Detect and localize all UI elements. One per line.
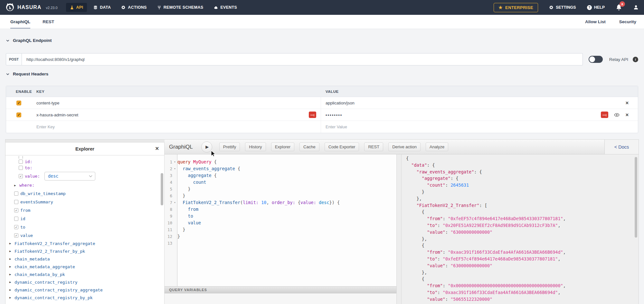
prettify-button[interactable]: Prettify	[219, 142, 240, 151]
explorer-tree-item[interactable]: ✓to	[5, 223, 164, 231]
field-checkbox[interactable]: ✓	[14, 233, 18, 238]
header-key-text[interactable]: x-hasura-admin-secret	[36, 113, 78, 117]
nav-item-events[interactable]: EVENTS	[210, 3, 241, 12]
docs-button[interactable]: < Docs	[604, 140, 639, 154]
settings-label: SETTINGS	[556, 5, 576, 10]
explorer-scrollbar[interactable]	[161, 173, 163, 205]
help-label: HELP	[594, 5, 605, 10]
query-variables-bar[interactable]: QUERY VARIABLES	[165, 286, 396, 293]
endpoint-section-header[interactable]: GraphQL Endpoint	[6, 38, 52, 43]
fold-marker-icon[interactable]: ▾	[172, 165, 177, 172]
field-checkbox[interactable]	[14, 191, 18, 196]
notifications-button[interactable]: 8	[616, 4, 622, 11]
table-row: ✓content-typeapplication/json✕	[6, 97, 638, 109]
brand[interactable]: HASURA v2.23.0	[5, 3, 58, 12]
response-viewer: { "data": { "raw_events_aggregate": { "a…	[402, 154, 639, 304]
field-checkbox[interactable]	[14, 217, 18, 221]
query-editor[interactable]: 1▾query MyQuery {2▾ raw_events_aggregate…	[165, 154, 396, 304]
explorer-tree-item[interactable]: ▶where:	[5, 181, 164, 189]
tree-item-label: db_write_timestamp	[20, 191, 66, 196]
graphiql-panel: GraphiQL ▶ PrettifyHistoryExplorerCacheC…	[5, 139, 639, 304]
explorer-tree-item[interactable]: to:	[5, 165, 164, 171]
field-checkbox[interactable]: ✓	[14, 225, 18, 229]
cache-button[interactable]: Cache	[299, 142, 319, 151]
field-checkbox[interactable]	[19, 156, 23, 159]
remove-header-icon[interactable]: ✕	[625, 113, 629, 117]
nav-item-actions[interactable]: ACTIONS	[117, 3, 150, 12]
nav-item-api[interactable]: API	[66, 3, 87, 12]
enterprise-button[interactable]: ★ ENTERPRISE	[494, 3, 538, 12]
explorer-tree-item[interactable]: ▶chain_metadata	[5, 255, 164, 263]
derive-action-button[interactable]: Derive action	[388, 142, 421, 151]
explorer-tree-item[interactable]: ▶FiatTokenV2_2_Transfer_aggregate	[5, 240, 164, 247]
field-checkbox[interactable]	[19, 166, 23, 170]
result-scrollbar[interactable]	[635, 157, 637, 238]
new-value-input[interactable]	[326, 124, 513, 129]
user-menu-button[interactable]	[633, 5, 639, 10]
explorer-tree-item[interactable]: ▶chain_metadata_aggregate	[5, 263, 164, 270]
explorer-tree-item[interactable]: ▶chain_metadata_by_pk	[5, 270, 164, 278]
password-manager-icon[interactable]: •••|	[309, 112, 321, 118]
header-value-text[interactable]: ••••••••	[326, 113, 342, 117]
field-checkbox[interactable]	[19, 160, 23, 164]
chevron-down-icon	[6, 39, 10, 43]
header-key-text[interactable]: content-type	[36, 101, 60, 105]
history-button[interactable]: History	[245, 142, 266, 151]
explorer-tree-item[interactable]: ▶FiatTokenV2_2_Transfer_by_pk	[5, 247, 164, 255]
execute-query-button[interactable]: ▶	[201, 142, 212, 152]
response-line: "value": "63000000000000"	[406, 262, 639, 269]
field-checkbox[interactable]	[14, 200, 18, 204]
nav-item-data[interactable]: DATA	[90, 3, 115, 12]
header-value-text[interactable]: application/json	[326, 101, 355, 105]
request-headers-section-header[interactable]: Request Headers	[6, 72, 48, 76]
fold-marker-icon	[172, 206, 177, 213]
explorer-button[interactable]: Explorer	[271, 142, 294, 151]
gears-icon	[121, 5, 126, 10]
field-checkbox[interactable]: ✓	[14, 208, 18, 212]
help-button[interactable]: ? HELP	[587, 5, 605, 10]
code-exporter-button[interactable]: Code Exporter	[325, 142, 359, 151]
explorer-tree-item[interactable]: ▶dynamic_contract_registry	[5, 278, 164, 286]
settings-button[interactable]: SETTINGS	[549, 5, 576, 10]
new-key-input[interactable]	[36, 124, 207, 129]
link-security[interactable]: Security	[619, 19, 636, 24]
analyze-button[interactable]: Analyze	[426, 142, 448, 151]
password-manager-icon[interactable]: •••|	[601, 112, 608, 118]
explorer-tree-item[interactable]: ✓value:desc	[5, 171, 164, 181]
fold-marker-icon[interactable]: ▾	[172, 159, 177, 165]
editor-result-splitter[interactable]	[396, 154, 402, 304]
remove-header-icon[interactable]: ✕	[625, 101, 629, 105]
url-input[interactable]	[22, 53, 583, 65]
reveal-eye-icon[interactable]	[614, 113, 620, 117]
editor-line: 2▾ raw_events_aggregate {	[165, 165, 396, 172]
info-icon[interactable]: i	[633, 57, 638, 62]
nav-item-remote-schemas[interactable]: REMOTE SCHEMAS	[153, 3, 207, 12]
explorer-tree-item[interactable]: ▶dynamic_contract_registry_by_pk	[5, 294, 164, 301]
explorer-tree-item[interactable]: id	[5, 214, 164, 223]
explorer-tree-item[interactable]: ▶dynamic_contract_registry_aggregate	[5, 286, 164, 294]
order-direction-select[interactable]: desc	[44, 172, 95, 181]
field-checkbox[interactable]: ✓	[19, 174, 23, 178]
explorer-tree-item[interactable]: id:	[5, 159, 164, 165]
editor-code: raw_events_aggregate {	[177, 165, 240, 172]
explorer-tree-item[interactable]: ✓value	[5, 231, 164, 240]
tab-graphiql[interactable]: GraphiQL	[10, 15, 30, 29]
password-manager-icon[interactable]: •••|	[309, 112, 316, 118]
query-variables-editor[interactable]	[165, 293, 396, 304]
explorer-tree-item[interactable]: db_write_timestamp	[5, 189, 164, 198]
explorer-tree-item[interactable]: eventsSummary	[5, 198, 164, 206]
top-nav: HASURA v2.23.0 APIDATAACTIONSREMOTE SCHE…	[0, 0, 644, 15]
fold-marker-icon[interactable]: ▾	[172, 199, 177, 206]
link-allow-list[interactable]: Allow List	[585, 19, 606, 24]
tabbar-right: Allow ListSecurity	[585, 15, 636, 29]
response-line: },	[406, 195, 639, 202]
enable-checkbox[interactable]: ✓	[16, 113, 21, 117]
editor-code: value	[177, 220, 201, 226]
rest-button[interactable]: REST	[364, 142, 383, 151]
close-icon[interactable]: ✕	[155, 146, 159, 152]
relay-api-toggle[interactable]	[589, 56, 603, 63]
editor-line: 13	[165, 240, 396, 247]
enable-checkbox[interactable]: ✓	[16, 101, 21, 105]
explorer-tree-item[interactable]: ✓from	[5, 206, 164, 214]
tab-rest[interactable]: REST	[43, 15, 54, 29]
